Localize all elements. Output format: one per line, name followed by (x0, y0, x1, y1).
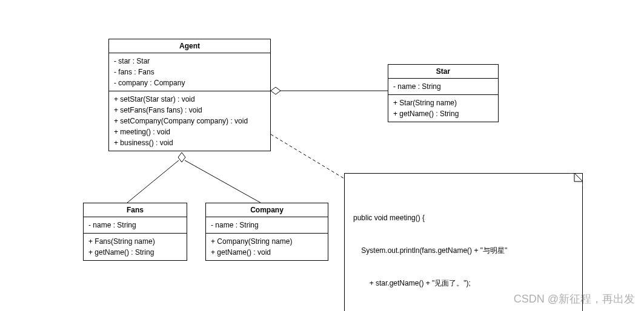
note-anchor (271, 134, 344, 178)
operations-section: + setStar(Star star) : void + setFans(Fa… (109, 91, 270, 151)
operations-section: + Fans(String name) + getName() : String (84, 234, 187, 260)
uml-class-fans: Fans - name : String + Fans(String name)… (83, 203, 187, 261)
op: + meeting() : void (114, 126, 265, 137)
op: + getName() : void (211, 247, 323, 258)
attr: - fans : Fans (114, 67, 265, 77)
assoc-agent-fans (127, 160, 179, 203)
attr: - name : String (88, 220, 182, 231)
op: + Company(String name) (211, 236, 323, 247)
attr: - company : Company (114, 77, 265, 88)
attributes-section: - star : Star - fans : Fans - company : … (109, 53, 270, 91)
note-fold-icon (571, 173, 583, 185)
attr: - star : Star (114, 56, 265, 67)
op: + getName() : String (88, 247, 182, 258)
class-title: Agent (109, 39, 270, 53)
attributes-section: - name : String (84, 217, 187, 234)
class-title: Company (206, 203, 328, 217)
uml-class-agent: Agent - star : Star - fans : Fans - comp… (108, 39, 271, 151)
attr: - name : String (393, 81, 493, 92)
uml-class-star: Star - name : String + Star(String name)… (388, 64, 499, 122)
class-title: Fans (84, 203, 187, 217)
note-line: + star.getName() + "见面了。"); (353, 278, 574, 289)
attributes-section: - name : String (206, 217, 328, 234)
op: + getName() : String (393, 108, 493, 119)
op: + setCompany(Company company) : void (114, 116, 265, 126)
note-line: System.out.println(fans.getName() + "与明星… (353, 245, 574, 256)
operations-section: + Star(String name) + getName() : String (388, 95, 498, 122)
note-line: public void meeting() { (353, 212, 574, 223)
operations-section: + Company(String name) + getName() : voi… (206, 234, 328, 260)
class-title: Star (388, 65, 498, 79)
assoc-agent-company (185, 160, 261, 203)
op: + Star(String name) (393, 97, 493, 108)
op: + Fans(String name) (88, 236, 182, 247)
diamond-icon (178, 152, 185, 162)
uml-class-company: Company - name : String + Company(String… (205, 203, 328, 261)
diamond-icon (271, 87, 281, 94)
watermark: CSDN @新征程，再出发 (514, 292, 635, 306)
op: + business() : void (114, 137, 265, 148)
svg-marker-0 (571, 173, 583, 185)
op: + setStar(Star star) : void (114, 94, 265, 105)
attr: - name : String (211, 220, 323, 231)
uml-note: public void meeting() { System.out.print… (344, 173, 583, 311)
op: + setFans(Fans fans) : void (114, 105, 265, 116)
attributes-section: - name : String (388, 79, 498, 95)
